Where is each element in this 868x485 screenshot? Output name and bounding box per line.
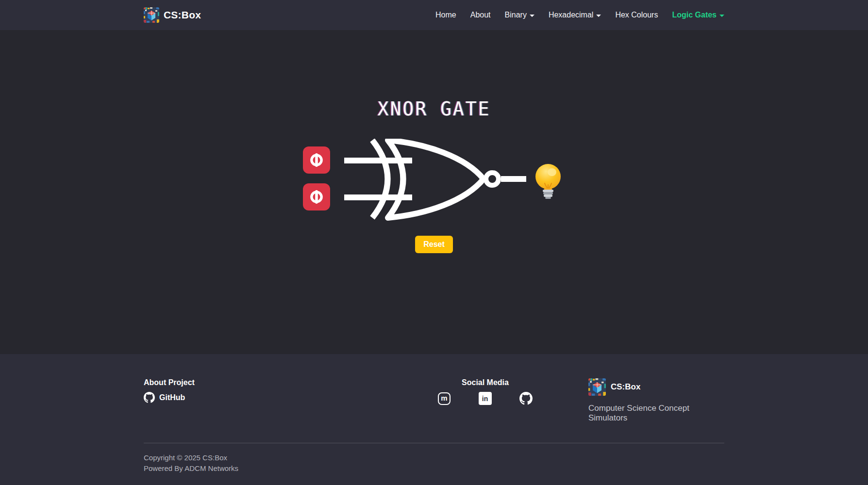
linkedin-icon [479, 392, 492, 405]
copyright-line: Copyright © 2025 CS:Box [144, 453, 724, 463]
brand-link[interactable]: CS:Box [144, 7, 201, 23]
nav-menu: Home About Binary Hexadecimal Hex Colour… [435, 11, 724, 19]
footer-tagline: Computer Science Concept Simulators [588, 404, 724, 423]
chevron-down-icon [719, 15, 724, 17]
csbox-logo-icon [588, 378, 606, 396]
navbar: CS:Box Home About Binary Hexadecimal Hex… [0, 0, 868, 30]
xor-extra-arc [372, 140, 388, 218]
xnor-gate-diagram [303, 139, 565, 221]
main-content: XNOR GATE [0, 30, 868, 354]
github-icon [144, 392, 155, 403]
mastodon-icon [438, 392, 451, 405]
inversion-bubble [486, 173, 499, 185]
footer-brand-name: CS:Box [611, 382, 640, 392]
gate-body [388, 140, 484, 218]
nav-item-label: Logic Gates [672, 11, 717, 19]
github-link[interactable]: GitHub [144, 392, 438, 403]
nav-item-label: Hex Colours [615, 11, 658, 19]
footer-social-column: Social Media [438, 378, 533, 423]
nav-item-label: Binary [505, 11, 527, 19]
footer: About Project GitHub Social Media [0, 354, 868, 485]
chevron-down-icon [596, 15, 601, 17]
social-media-heading: Social Media [462, 378, 509, 387]
nav-item-hex-colours[interactable]: Hex Colours [615, 11, 658, 19]
gate-title: XNOR GATE [378, 97, 491, 120]
nav-item-home[interactable]: Home [435, 11, 456, 19]
github-link-label: GitHub [159, 393, 185, 402]
brand-name: CS:Box [164, 9, 201, 21]
gate-stage [303, 139, 565, 221]
mastodon-link[interactable] [438, 392, 451, 405]
github-icon [519, 392, 533, 405]
github-social-link[interactable] [519, 392, 533, 405]
chevron-down-icon [530, 15, 534, 17]
nav-item-logic-gates[interactable]: Logic Gates [672, 11, 724, 19]
reset-button[interactable]: Reset [415, 236, 453, 253]
csbox-logo-icon [144, 7, 159, 23]
linkedin-link[interactable] [479, 392, 492, 405]
about-project-heading: About Project [144, 378, 438, 387]
nav-item-label: About [470, 11, 491, 19]
lightbulb-on-icon [533, 163, 564, 200]
footer-brand-column: CS:Box Computer Science Concept Simulato… [588, 378, 724, 423]
nav-item-binary[interactable]: Binary [505, 11, 534, 19]
nav-item-label: Home [435, 11, 456, 19]
nav-item-about[interactable]: About [470, 11, 491, 19]
nav-item-label: Hexadecimal [549, 11, 593, 19]
footer-about-column: About Project GitHub [144, 378, 438, 423]
nav-item-hexadecimal[interactable]: Hexadecimal [549, 11, 601, 19]
powered-by-line: Powered By ADCM Networks [144, 463, 724, 474]
